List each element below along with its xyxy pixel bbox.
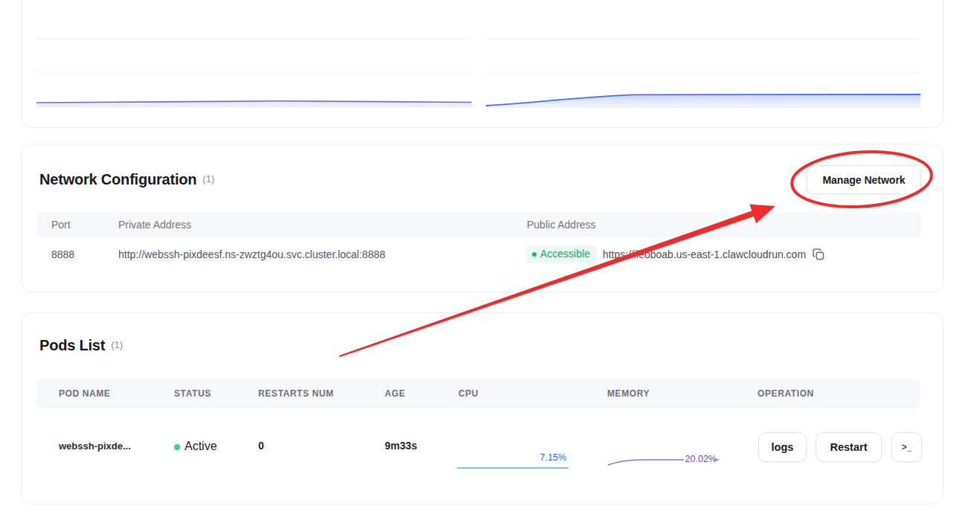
column-cpu: CPU [458, 379, 478, 408]
column-restarts-num: RESTARTS NUM [258, 379, 334, 408]
pods-count-badge: (1) [111, 339, 123, 350]
network-title-text: Network Configuration [39, 171, 196, 187]
memory-overview-sparkline-chart [486, 1, 920, 109]
pods-list-card: Pods List(1) POD NAME STATUS RESTARTS NU… [21, 312, 944, 504]
logs-button[interactable]: logs [758, 432, 807, 462]
pods-table-header: POD NAME STATUS RESTARTS NUM AGE CPU MEM… [36, 379, 920, 408]
pod-memory-value: 20.02% [685, 454, 717, 464]
pods-section-title: Pods List(1) [39, 335, 123, 356]
green-dot-icon [532, 252, 537, 257]
copy-icon[interactable] [812, 248, 825, 261]
column-status: STATUS [174, 379, 211, 408]
network-section-title: Network Configuration(1) [39, 169, 214, 190]
private-address-value: http://webssh-pixdeesf.ns-zwztg4ou.svc.c… [118, 240, 385, 269]
column-private-address: Private Address [118, 213, 191, 237]
public-address-cell: Accessible https://ileoboab.us-east-1.cl… [527, 240, 825, 269]
column-public-address: Public Address [527, 213, 596, 237]
network-table-row: 8888 http://webssh-pixdeesf.ns-zwztg4ou.… [36, 240, 921, 272]
pod-status-value: Active [185, 440, 217, 453]
column-port: Port [51, 213, 71, 237]
app-overview-page: Network Configuration(1) Manage Network … [0, 0, 980, 523]
pod-name-value: webssh-pixde... [59, 440, 131, 452]
manage-network-button[interactable]: Manage Network [807, 165, 921, 194]
column-memory: MEMORY [607, 379, 650, 408]
pods-title-text: Pods List [39, 337, 105, 353]
column-age: AGE [385, 379, 406, 408]
restart-button[interactable]: Restart [816, 432, 882, 462]
network-table-header: Port Private Address Public Address [36, 213, 921, 237]
cpu-overview-sparkline-chart [36, 1, 472, 109]
column-pod-name: POD NAME [59, 379, 110, 408]
terminal-icon: >_ [902, 442, 912, 452]
terminal-button[interactable]: >_ [891, 432, 922, 462]
pod-age-value: 9m33s [385, 440, 417, 452]
pod-cpu-value: 7.15% [540, 452, 566, 463]
pod-memory-sparkline: 20.02% [607, 449, 719, 473]
network-count-badge: (1) [202, 173, 214, 185]
accessible-status-badge: Accessible [527, 246, 597, 263]
pod-cpu-sparkline: 7.15% [457, 449, 569, 473]
column-operation: OPERATION [758, 379, 814, 408]
metrics-overview-card [21, 0, 944, 128]
pod-status-dot-icon [174, 444, 180, 450]
public-address-link[interactable]: https://ileoboab.us-east-1.clawcloudrun.… [603, 248, 806, 260]
pod-restarts-value: 0 [258, 440, 264, 452]
accessible-label: Accessible [540, 247, 590, 261]
port-value: 8888 [51, 240, 74, 269]
network-configuration-card: Network Configuration(1) Manage Network … [21, 144, 944, 292]
